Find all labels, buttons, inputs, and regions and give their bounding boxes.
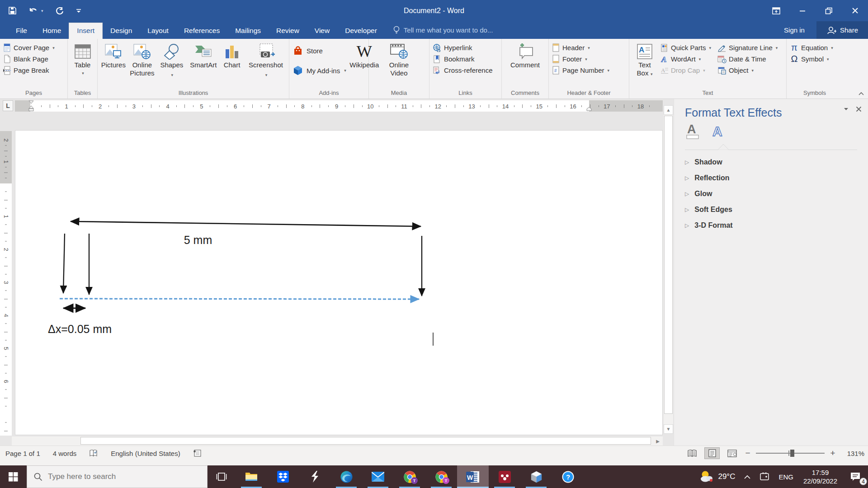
start-button[interactable] — [0, 465, 27, 488]
ribbon-display-options-button[interactable] — [763, 0, 789, 21]
tab-mailings[interactable]: Mailings — [227, 23, 269, 39]
smartart-button[interactable]: SmartArt — [188, 40, 219, 69]
date-time-button[interactable]: Date & Time — [716, 53, 779, 65]
table-button[interactable]: Table ▾ — [70, 40, 96, 77]
zoom-slider-thumb[interactable] — [790, 450, 794, 457]
share-button[interactable]: Share — [816, 21, 868, 39]
proofing-status-button[interactable] — [89, 449, 98, 457]
vertical-scrollbar[interactable]: ▲ ▼ — [664, 105, 673, 434]
document-page[interactable]: 5 mm Δx=0.05 mm — [15, 130, 663, 435]
tell-me-box[interactable]: Tell me what you want to do... — [393, 25, 493, 39]
pane-options-button[interactable] — [844, 108, 849, 111]
collapse-ribbon-button[interactable] — [858, 92, 864, 96]
horizontal-scroll-thumb[interactable] — [80, 437, 651, 445]
taskbar-word-active[interactable]: W — [457, 465, 489, 488]
pane-section-soft-edges[interactable]: ▷Soft Edges — [685, 202, 863, 217]
macro-recording-button[interactable] — [193, 450, 201, 457]
quick-parts-button[interactable]: Quick Parts▾ — [659, 42, 713, 53]
drop-cap-button[interactable]: A Drop Cap▾ — [659, 65, 713, 76]
taskbar-3d-app[interactable] — [520, 465, 552, 488]
tab-design[interactable]: Design — [103, 23, 140, 39]
show-hidden-icons-button[interactable] — [740, 465, 755, 488]
search-input[interactable] — [48, 472, 197, 481]
online-pictures-button[interactable]: Online Pictures — [128, 40, 157, 77]
page-indicator[interactable]: Page 1 of 1 — [5, 450, 40, 457]
pen-workspace-button[interactable] — [755, 465, 774, 488]
object-button[interactable]: Object▾ — [716, 65, 779, 76]
language-switcher[interactable]: ENG — [774, 465, 798, 488]
tab-text-effects[interactable]: A — [710, 122, 726, 140]
taskbar-mail[interactable] — [362, 465, 394, 488]
tab-layout[interactable]: Layout — [140, 23, 176, 39]
tab-home[interactable]: Home — [35, 23, 69, 39]
tab-insert[interactable]: Insert — [69, 23, 103, 39]
taskbar-edge[interactable] — [330, 465, 362, 488]
tab-selector[interactable]: L — [3, 100, 13, 111]
screenshot-button[interactable]: Screenshot ▾ — [245, 40, 288, 79]
shapes-button[interactable]: Shapes ▾ — [156, 40, 188, 79]
tab-file[interactable]: File — [8, 23, 35, 39]
tab-developer[interactable]: Developer — [337, 23, 385, 39]
pane-section-reflection[interactable]: ▷Reflection — [685, 170, 863, 186]
language-indicator[interactable]: English (United States) — [111, 450, 180, 457]
tab-review[interactable]: Review — [269, 23, 307, 39]
footer-button[interactable]: Footer▾ — [550, 53, 611, 65]
page-number-button[interactable]: # Page Number▾ — [550, 65, 611, 76]
pictures-button[interactable]: Pictures — [99, 40, 128, 69]
cross-reference-button[interactable]: Cross-reference — [431, 65, 495, 76]
vertical-scroll-thumb[interactable] — [664, 116, 673, 414]
zoom-in-button[interactable]: + — [829, 448, 836, 458]
left-indent-markers[interactable] — [28, 100, 34, 112]
taskbar-dropbox[interactable] — [267, 465, 299, 488]
top-double-arrow[interactable] — [71, 221, 421, 226]
pane-section-glow[interactable]: ▷Glow — [685, 186, 863, 202]
store-button[interactable]: Store — [291, 41, 348, 61]
taskbar-search-box[interactable] — [27, 465, 208, 488]
blank-page-button[interactable]: Blank Page — [1, 53, 57, 65]
weather-widget[interactable]: 29°C — [694, 465, 740, 488]
left-vertical-arrow-1[interactable] — [63, 234, 65, 293]
tab-references[interactable]: References — [176, 23, 227, 39]
word-count[interactable]: 4 words — [53, 450, 77, 457]
zoom-slider[interactable] — [756, 447, 825, 459]
scroll-right-button[interactable]: ▶ — [653, 436, 663, 446]
pane-section-3d-format[interactable]: ▷3-D Format — [685, 217, 863, 233]
text-box-button[interactable]: A Text Box ▾ — [631, 40, 659, 78]
close-button[interactable] — [842, 0, 868, 21]
zoom-level[interactable]: 131% — [841, 450, 864, 457]
tab-view[interactable]: View — [307, 23, 337, 39]
comment-button[interactable]: Comment — [508, 40, 542, 69]
clock[interactable]: 17:59 22/09/2022 — [798, 468, 843, 485]
taskbar-mendeley[interactable] — [489, 465, 520, 488]
page-break-button[interactable]: Page Break — [1, 65, 57, 76]
minimize-button[interactable] — [789, 0, 816, 21]
sign-in-link[interactable]: Sign in — [784, 26, 805, 34]
horizontal-ruler[interactable]: 123456789101112131415161718 — [15, 100, 663, 112]
symbol-button[interactable]: Ω Symbol▾ — [788, 53, 835, 65]
vertical-ruler[interactable]: 21123456 — [0, 112, 12, 436]
signature-line-button[interactable]: Signature Line▾ — [716, 42, 779, 53]
cover-page-button[interactable]: Cover Page▾ — [1, 42, 57, 53]
taskbar-file-explorer[interactable] — [236, 465, 267, 488]
notification-center-button[interactable]: 4 — [843, 465, 868, 488]
taskbar-chrome-profile-2[interactable]: T — [425, 465, 457, 488]
blue-dashed-arrow[interactable] — [60, 299, 419, 299]
my-add-ins-button[interactable]: My Add-ins▾ — [291, 61, 348, 80]
taskbar-chrome-profile-1[interactable]: T — [394, 465, 425, 488]
pane-close-button[interactable] — [856, 106, 862, 112]
zoom-out-button[interactable]: − — [744, 448, 751, 458]
scroll-down-button[interactable]: ▼ — [664, 424, 673, 434]
right-indent-marker[interactable] — [586, 107, 592, 111]
restore-button[interactable] — [816, 0, 842, 21]
tab-text-fill-outline[interactable]: A — [685, 122, 700, 140]
horizontal-scrollbar[interactable]: ▶ — [12, 436, 663, 446]
read-mode-button[interactable] — [684, 447, 700, 459]
hyperlink-button[interactable]: Hyperlink — [431, 42, 495, 53]
taskbar-help[interactable]: ? — [552, 465, 584, 488]
task-view-button[interactable] — [208, 465, 236, 488]
header-button[interactable]: Header▾ — [550, 42, 611, 53]
online-video-button[interactable]: Online Video — [386, 40, 412, 77]
bookmark-button[interactable]: Bookmark — [431, 53, 495, 65]
print-layout-button[interactable] — [704, 447, 720, 459]
web-layout-button[interactable] — [724, 447, 740, 459]
